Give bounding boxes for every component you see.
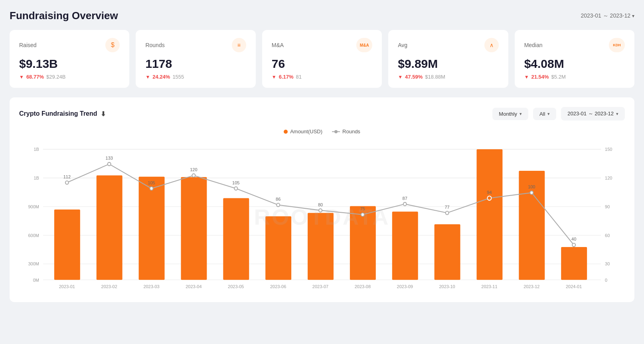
period-selector[interactable]: Monthly ▾ [492,108,528,120]
svg-text:2023-11: 2023-11 [481,284,497,289]
dot-2023-04 [192,174,195,177]
svg-text:120: 120 [190,167,197,172]
legend-amount-label: Amount(USD) [290,129,322,134]
svg-text:2023-06: 2023-06 [270,284,286,289]
raised-arrow-icon: ▼ [19,74,24,80]
svg-text:2023-04: 2023-04 [186,284,201,289]
mna-arrow-icon: ▼ [272,74,277,80]
rounds-value: 1178 [145,57,246,71]
stat-card-avg: Avg ∧ $9.89M ▼ 47.59% $18.88M [388,30,508,88]
mna-value: 76 [272,57,372,71]
category-label: All [539,111,545,117]
header-date-range-text: 2023-01 ～ 2023-12 [581,12,630,20]
bar-2023-06 [265,216,291,280]
median-arrow-icon: ▼ [524,74,529,80]
legend-rounds: Rounds [332,129,360,134]
median-icon: KDH [609,38,625,52]
legend-amount: Amount(USD) [284,129,322,134]
stat-card-median: Median KDH $4.08M ▼ 21.54% $5.2M [515,30,634,88]
bar-2023-10 [435,224,460,280]
svg-text:0M: 0M [33,277,39,282]
svg-text:2023-09: 2023-09 [397,284,413,289]
rounds-arrow-icon: ▼ [145,74,150,80]
chart-header: Crypto Fundraising Trend ⬇ Monthly ▾ All… [19,107,625,121]
svg-text:150: 150 [605,147,612,152]
svg-text:2023-03: 2023-03 [143,284,159,289]
legend-amount-dot [284,130,288,134]
raised-change: ▼ 68.77% $29.24B [19,74,120,80]
svg-text:100: 100 [528,184,535,189]
chart-legend: Amount(USD) Rounds [19,129,625,134]
svg-text:2023-07: 2023-07 [312,284,328,289]
svg-text:2023-02: 2023-02 [101,284,117,289]
dot-2023-12 [530,191,533,194]
svg-text:40: 40 [571,237,576,241]
rounds-icon: ≡ [232,38,246,52]
svg-text:90: 90 [605,204,610,209]
category-chevron-icon: ▾ [547,111,550,117]
bar-2023-09 [392,212,418,280]
svg-text:1B: 1B [34,147,39,152]
bar-2023-11 [476,149,502,280]
dot-2023-11-active [487,196,491,200]
stats-row: Raised $ $9.13B ▼ 68.77% $29.24B Rounds … [10,30,634,88]
bar-2023-03 [139,177,165,280]
svg-text:2023-12: 2023-12 [523,284,539,289]
svg-text:94: 94 [487,190,492,195]
stat-label-mna: M&A M&A [272,38,372,52]
header-date-range[interactable]: 2023-01 ～ 2023-12 ▾ [581,12,634,20]
median-value: $4.08M [524,57,625,71]
page-title: Fundraising Overview [10,10,118,22]
legend-rounds-line [332,131,340,132]
header-row: Fundraising Overview 2023-01 ～ 2023-12 ▾ [10,10,634,22]
chart-date-range-text: 2023-01 ～ 2023-12 [567,110,614,117]
dot-2023-01 [65,181,69,184]
stat-label-avg: Avg ∧ [398,38,498,52]
stat-label-median: Median KDH [524,38,625,52]
chart-area: ROOTDATA 0M 300M 600M 900M 1B 1B 0 30 [19,141,625,293]
svg-text:75: 75 [360,206,365,211]
rounds-change: ▼ 24.24% 1555 [145,74,246,80]
stat-card-rounds: Rounds ≡ 1178 ▼ 24.24% 1555 [136,30,255,88]
stat-card-mna: M&A M&A 76 ▼ 6.17% 81 [262,30,382,88]
chart-title-container: Crypto Fundraising Trend ⬇ [19,110,106,118]
svg-text:105: 105 [232,180,239,185]
svg-text:2023-05: 2023-05 [228,284,244,289]
chart-title-text: Crypto Fundraising Trend [19,110,97,117]
svg-text:80: 80 [318,202,323,207]
svg-text:60: 60 [605,233,610,237]
raised-icon: $ [105,38,120,52]
svg-text:2023-08: 2023-08 [355,284,371,289]
svg-text:86: 86 [276,197,281,202]
mna-icon: M&A [356,38,372,52]
svg-text:2023-10: 2023-10 [439,284,455,289]
avg-arrow-icon: ▼ [398,74,403,80]
svg-text:900M: 900M [28,204,39,209]
avg-icon: ∧ [484,38,499,52]
dot-2023-03 [150,187,153,190]
mna-change: ▼ 6.17% 81 [272,74,372,80]
stat-label-rounds: Rounds ≡ [145,38,246,52]
dot-2024-01 [572,243,575,247]
bar-2023-05 [223,198,249,280]
svg-text:0: 0 [605,277,607,282]
stat-label-raised: Raised $ [19,38,120,52]
svg-text:133: 133 [106,156,113,160]
bar-2023-07 [308,213,334,280]
period-chevron-icon: ▾ [520,111,522,117]
avg-value: $9.89M [398,57,498,71]
dot-2023-05 [234,187,237,190]
svg-text:30: 30 [605,261,610,266]
chart-date-range-selector[interactable]: 2023-01 ～ 2023-12 ▾ [561,107,625,121]
bar-2023-08 [350,206,376,280]
category-selector[interactable]: All ▾ [533,108,556,120]
bar-2023-04 [181,177,207,280]
chart-svg: 0M 300M 600M 900M 1B 1B 0 30 60 90 120 1… [19,141,625,293]
dot-2023-07 [319,209,322,212]
dot-2023-06 [277,203,280,206]
dot-2023-02 [108,162,111,166]
svg-text:600M: 600M [28,233,39,237]
dot-2023-08 [361,213,364,216]
dot-2023-09 [403,202,407,206]
download-icon[interactable]: ⬇ [101,110,106,118]
